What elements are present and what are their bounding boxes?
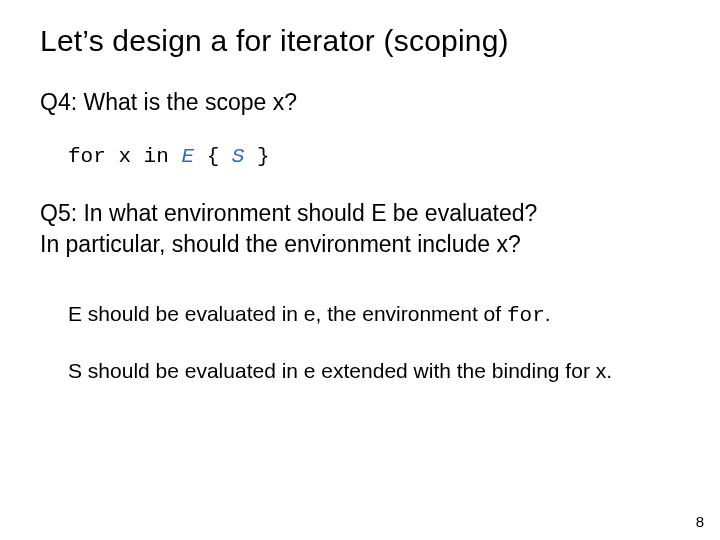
code-text: for x in xyxy=(68,145,181,168)
code-text: } xyxy=(244,145,269,168)
code-stmt-S: S xyxy=(232,145,245,168)
answer-1: E should be evaluated in e, the environm… xyxy=(40,300,680,329)
answer-1-text-c: . xyxy=(545,302,551,325)
answer-1-for-keyword: for xyxy=(507,304,545,327)
question-5: Q5: In what environment should E be eval… xyxy=(40,198,680,260)
answer-2: S should be evaluated in e extended with… xyxy=(40,357,680,384)
slide: Let’s design a for iterator (scoping) Q4… xyxy=(0,0,720,540)
question-5-line1: Q5: In what environment should E be eval… xyxy=(40,200,537,226)
code-example: for x in E { S } xyxy=(40,145,680,168)
code-expr-E: E xyxy=(181,145,194,168)
question-5-line2: In particular, should the environment in… xyxy=(40,231,521,257)
answer-1-text-a: E should be evaluated in e, the environm… xyxy=(68,302,507,325)
question-4: Q4: What is the scope x? xyxy=(40,88,680,117)
code-text: { xyxy=(194,145,232,168)
page-number: 8 xyxy=(696,513,704,530)
slide-title: Let’s design a for iterator (scoping) xyxy=(40,24,680,58)
